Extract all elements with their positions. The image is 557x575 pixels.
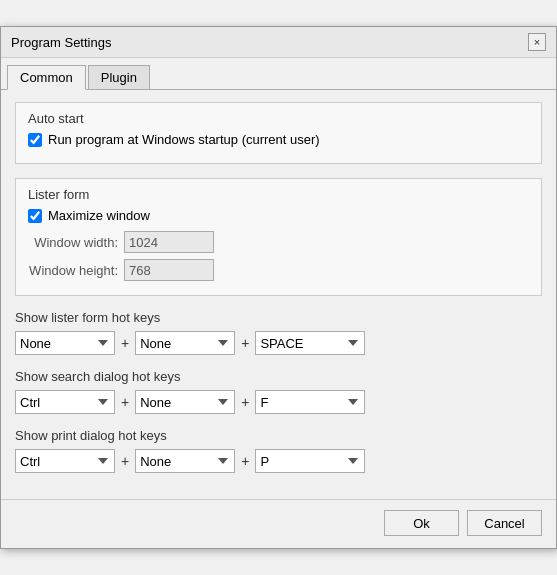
auto-start-section: Auto start Run program at Windows startu… [15,102,542,164]
search-hotkeys-section: Show search dialog hot keys None Ctrl Al… [15,369,542,414]
window-width-row: Window width: [28,231,529,253]
title-bar: Program Settings × [1,27,556,58]
dialog-footer: Ok Cancel [1,499,556,548]
auto-start-title: Auto start [28,111,529,126]
print-hotkey-2[interactable]: None Ctrl Alt Shift [135,449,235,473]
lister-hotkey-3[interactable]: SPACE F P None [255,331,365,355]
search-hotkey-2[interactable]: None Ctrl Alt Shift [135,390,235,414]
height-label: Window height: [28,263,118,278]
search-hotkeys-row: None Ctrl Alt Shift + None Ctrl Alt Shif… [15,390,542,414]
auto-start-checkbox[interactable] [28,133,42,147]
lister-form-title: Lister form [28,187,529,202]
plus-2: + [241,335,249,351]
auto-start-label: Run program at Windows startup (current … [48,132,320,147]
plus-6: + [241,453,249,469]
lister-hotkeys-title: Show lister form hot keys [15,310,542,325]
tab-bar: Common Plugin [1,58,556,90]
lister-hotkeys-row: None Ctrl Alt Shift + None Ctrl Alt Shif… [15,331,542,355]
maximize-row: Maximize window [28,208,529,223]
lister-form-section: Lister form Maximize window Window width… [15,178,542,296]
print-hotkeys-section: Show print dialog hot keys None Ctrl Alt… [15,428,542,473]
auto-start-row: Run program at Windows startup (current … [28,132,529,147]
plus-1: + [121,335,129,351]
lister-hotkey-1[interactable]: None Ctrl Alt Shift [15,331,115,355]
window-height-input[interactable] [124,259,214,281]
width-label: Window width: [28,235,118,250]
search-hotkeys-title: Show search dialog hot keys [15,369,542,384]
print-hotkeys-row: None Ctrl Alt Shift + None Ctrl Alt Shif… [15,449,542,473]
dialog-title: Program Settings [11,35,111,50]
tab-plugin[interactable]: Plugin [88,65,150,90]
print-hotkey-1[interactable]: None Ctrl Alt Shift [15,449,115,473]
lister-hotkey-2[interactable]: None Ctrl Alt Shift [135,331,235,355]
plus-4: + [241,394,249,410]
program-settings-dialog: Program Settings × Common Plugin Auto st… [0,26,557,549]
cancel-button[interactable]: Cancel [467,510,542,536]
plus-3: + [121,394,129,410]
window-width-input[interactable] [124,231,214,253]
tab-content: Auto start Run program at Windows startu… [1,90,556,499]
print-hotkeys-title: Show print dialog hot keys [15,428,542,443]
lister-hotkeys-section: Show lister form hot keys None Ctrl Alt … [15,310,542,355]
maximize-checkbox[interactable] [28,209,42,223]
close-button[interactable]: × [528,33,546,51]
tab-common[interactable]: Common [7,65,86,90]
search-hotkey-1[interactable]: None Ctrl Alt Shift [15,390,115,414]
maximize-label: Maximize window [48,208,150,223]
ok-button[interactable]: Ok [384,510,459,536]
window-height-row: Window height: [28,259,529,281]
search-hotkey-3[interactable]: F P SPACE None [255,390,365,414]
plus-5: + [121,453,129,469]
print-hotkey-3[interactable]: P F SPACE None [255,449,365,473]
